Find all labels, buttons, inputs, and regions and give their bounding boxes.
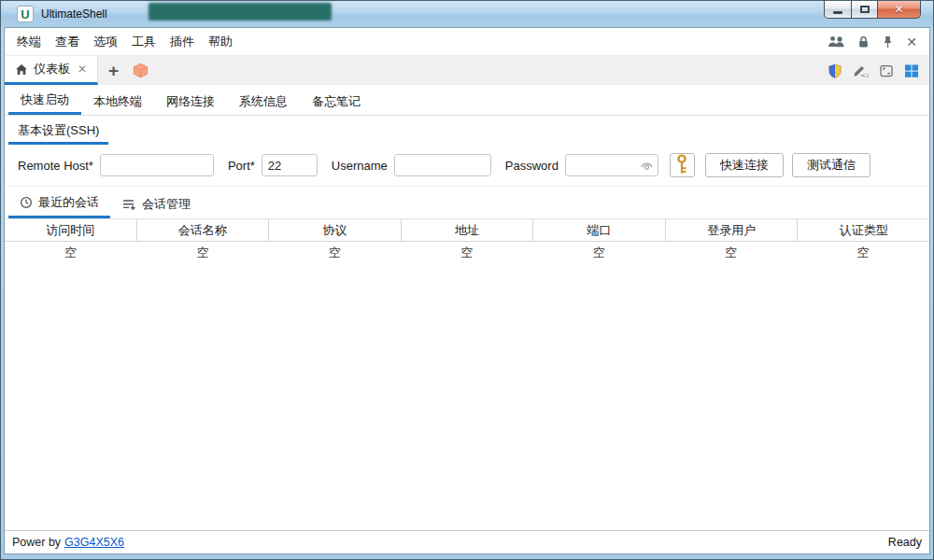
col-protocol[interactable]: 协议 xyxy=(269,219,402,241)
lock-icon[interactable] xyxy=(857,35,870,49)
subtab-label: 网络连接 xyxy=(166,93,215,110)
tab-recent-sessions[interactable]: 最近的会话 xyxy=(8,187,110,218)
users-icon[interactable] xyxy=(828,35,845,48)
history-clock-icon xyxy=(20,196,33,209)
dashboard-subtabs: 快速启动 本地终端 网络连接 系统信息 备忘笔记 xyxy=(5,85,929,116)
app-logo: U xyxy=(17,6,34,22)
subtab-label: 系统信息 xyxy=(239,93,288,110)
pin-icon[interactable] xyxy=(882,35,894,49)
shield-icon[interactable] xyxy=(828,63,842,78)
show-password-eye-icon[interactable] xyxy=(641,161,653,175)
menu-items: 终端 查看 选项 工具 插件 帮助 xyxy=(17,32,233,52)
test-communication-button[interactable]: 测试通信 xyxy=(792,153,870,177)
subtab-system-info[interactable]: 系统信息 xyxy=(227,85,300,115)
tab-dashboard[interactable]: 仪表板 ✕ xyxy=(5,56,98,85)
session-manage-icon xyxy=(121,198,136,211)
username-input[interactable] xyxy=(394,154,491,176)
menu-terminal[interactable]: 终端 xyxy=(17,32,41,52)
col-port[interactable]: 端口 xyxy=(533,219,666,241)
package-icon[interactable] xyxy=(129,56,152,85)
subtab-label: 本地终端 xyxy=(93,93,142,110)
remote-host-input[interactable] xyxy=(100,154,214,176)
subtab-local-terminal[interactable]: 本地终端 xyxy=(81,85,154,115)
maximize-button[interactable] xyxy=(852,1,878,19)
close-button[interactable]: ✕ xyxy=(878,1,921,19)
cell: 空 xyxy=(136,242,268,264)
subtab-label: 备忘笔记 xyxy=(312,93,361,110)
username-label: Username xyxy=(332,159,388,173)
menubar-close-icon[interactable]: ✕ xyxy=(906,35,917,49)
settings-tab-row: 基本设置(SSH) xyxy=(5,116,929,145)
tab-close-icon[interactable]: ✕ xyxy=(76,63,89,76)
remote-host-label: Remote Host* xyxy=(18,159,93,173)
quick-connect-button[interactable]: 快速连接 xyxy=(705,153,784,177)
key-icon xyxy=(675,154,688,177)
status-ready: Ready xyxy=(888,536,922,549)
settings-tab-label: 基本设置(SSH) xyxy=(18,122,99,139)
app-content: 终端 查看 选项 工具 插件 帮助 ✕ xyxy=(4,27,930,554)
cell: 空 xyxy=(401,242,532,264)
session-manage-label: 会话管理 xyxy=(142,196,191,213)
close-icon: ✕ xyxy=(894,3,903,16)
titlebar: U UltimateShell ✕ xyxy=(1,1,933,27)
menubar-right-icons: ✕ xyxy=(828,35,917,49)
col-login-user[interactable]: 登录用户 xyxy=(666,219,799,241)
author-link[interactable]: G3G4X5X6 xyxy=(64,536,124,549)
window-controls: ✕ xyxy=(824,1,921,19)
tab-basic-settings-ssh[interactable]: 基本设置(SSH) xyxy=(8,116,108,145)
subtab-label: 快速启动 xyxy=(21,91,69,108)
maximize-icon xyxy=(860,6,870,13)
subtab-memo[interactable]: 备忘笔记 xyxy=(300,85,373,115)
tabbar-right-icons: <> xyxy=(828,56,929,85)
cell: 空 xyxy=(665,242,797,264)
col-access-time[interactable]: 访问时间 xyxy=(5,219,137,241)
windows-logo-icon[interactable] xyxy=(904,63,919,78)
tab-session-manage[interactable]: 会话管理 xyxy=(110,187,202,218)
subtab-network[interactable]: 网络连接 xyxy=(154,85,227,115)
col-address[interactable]: 地址 xyxy=(402,219,534,241)
col-session-name[interactable]: 会话名称 xyxy=(137,219,270,241)
menu-view[interactable]: 查看 xyxy=(55,32,79,52)
subtab-quick-start[interactable]: 快速启动 xyxy=(8,85,81,115)
edit-code-icon[interactable]: <> xyxy=(853,63,869,78)
minimize-icon xyxy=(833,11,842,14)
svg-text:<>: <> xyxy=(860,72,869,78)
menubar: 终端 查看 选项 工具 插件 帮助 ✕ xyxy=(5,28,929,56)
cell: 空 xyxy=(5,242,136,264)
port-label: Port* xyxy=(228,159,255,173)
cell: 空 xyxy=(798,242,929,264)
tabbar: 仪表板 ✕ + <> xyxy=(5,56,929,85)
app-window: U UltimateShell ✕ 终端 查看 选项 工具 插件 帮助 xyxy=(0,0,934,560)
tab-dashboard-label: 仪表板 xyxy=(34,61,70,77)
session-tabs: 最近的会话 会话管理 xyxy=(5,186,929,218)
minimize-button[interactable] xyxy=(824,1,852,19)
menu-options[interactable]: 选项 xyxy=(93,32,118,52)
fullscreen-icon[interactable] xyxy=(879,63,894,78)
col-auth-type[interactable]: 认证类型 xyxy=(798,219,929,241)
recent-sessions-label: 最近的会话 xyxy=(38,194,99,211)
menu-tools[interactable]: 工具 xyxy=(132,32,156,52)
menu-help[interactable]: 帮助 xyxy=(208,32,233,52)
cell: 空 xyxy=(269,242,401,264)
sessions-table-header: 访问时间 会话名称 协议 地址 端口 登录用户 认证类型 xyxy=(5,218,929,242)
password-label: Password xyxy=(505,159,559,173)
cell: 空 xyxy=(533,242,665,264)
power-by-text: Power by xyxy=(12,536,61,549)
statusbar: Power by G3G4X5X6 Ready xyxy=(5,530,929,553)
ssh-connection-form: Remote Host* Port* Username Password xyxy=(5,145,929,186)
status-power-by: Power by G3G4X5X6 xyxy=(12,536,124,549)
new-tab-button[interactable]: + xyxy=(98,56,129,85)
window-title: UltimateShell xyxy=(41,7,107,21)
ssh-key-button[interactable] xyxy=(670,153,695,177)
port-input[interactable] xyxy=(262,154,318,176)
table-row[interactable]: 空 空 空 空 空 空 空 xyxy=(5,242,929,264)
redacted-text-block xyxy=(149,3,332,21)
menu-plugins[interactable]: 插件 xyxy=(170,32,194,52)
home-icon xyxy=(15,63,28,76)
empty-content-area xyxy=(5,264,929,530)
